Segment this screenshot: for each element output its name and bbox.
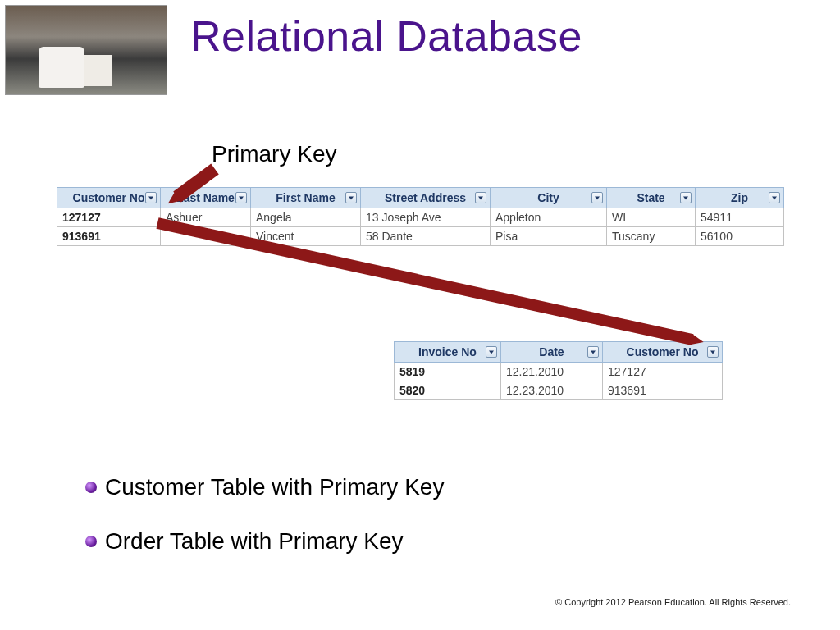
cell: Vincent bbox=[251, 227, 361, 246]
bullet-icon bbox=[85, 482, 97, 493]
col-label: Street Address bbox=[385, 191, 466, 204]
col-label: Last Name bbox=[176, 191, 235, 204]
col-label: Invoice No bbox=[418, 345, 477, 358]
col-label: Zip bbox=[731, 191, 748, 204]
cell: 913691 bbox=[57, 227, 161, 246]
bullet-text: Order Table with Primary Key bbox=[105, 528, 404, 555]
col-label: City bbox=[537, 191, 559, 204]
col-header: First Name bbox=[251, 188, 361, 208]
dropdown-icon[interactable] bbox=[769, 192, 780, 203]
col-label: State bbox=[637, 191, 664, 204]
cell: 127127 bbox=[57, 208, 161, 227]
col-label: Date bbox=[539, 345, 564, 358]
col-label: First Name bbox=[276, 191, 335, 204]
dropdown-icon[interactable] bbox=[486, 346, 497, 358]
customer-table: Customer No Last Name First Name Street … bbox=[57, 187, 784, 246]
bullet-list: Customer Table with Primary Key Order Ta… bbox=[85, 474, 444, 582]
col-label: Customer No bbox=[627, 345, 699, 358]
col-header: Street Address bbox=[361, 188, 491, 208]
header-photo bbox=[5, 5, 167, 95]
list-item: Customer Table with Primary Key bbox=[85, 474, 444, 500]
cell: 12.23.2010 bbox=[501, 381, 603, 400]
cell: 58 Dante bbox=[361, 227, 491, 246]
primary-key-label: Primary Key bbox=[212, 141, 336, 167]
order-table: Invoice No Date Customer No 5819 12.21.2… bbox=[394, 341, 723, 400]
dropdown-icon[interactable] bbox=[145, 192, 157, 203]
cell: 913691 bbox=[603, 381, 723, 400]
dropdown-icon[interactable] bbox=[591, 192, 603, 203]
col-header: City bbox=[491, 188, 607, 208]
dropdown-icon[interactable] bbox=[475, 192, 486, 203]
table-row: 5820 12.23.2010 913691 bbox=[395, 381, 723, 400]
col-label: Customer No bbox=[73, 191, 145, 204]
table-row: 127127 Ashuer Angela 13 Joseph Ave Apple… bbox=[57, 208, 784, 227]
col-header: Customer No bbox=[603, 342, 723, 363]
col-header: Date bbox=[501, 342, 603, 363]
bullet-icon bbox=[85, 536, 97, 547]
cell: 127127 bbox=[603, 363, 723, 381]
slide-title: Relational Database bbox=[190, 11, 582, 61]
cell: 12.21.2010 bbox=[501, 363, 603, 381]
dropdown-icon[interactable] bbox=[345, 192, 357, 203]
cell: Angela bbox=[251, 208, 361, 227]
cell: 13 Joseph Ave bbox=[361, 208, 491, 227]
dropdown-icon[interactable] bbox=[707, 346, 719, 358]
col-header: Invoice No bbox=[395, 342, 501, 363]
col-header: Zip bbox=[696, 188, 784, 208]
cell: Appleton bbox=[491, 208, 607, 227]
cell: WI bbox=[607, 208, 696, 227]
dropdown-icon[interactable] bbox=[587, 346, 599, 358]
cell: Tuscany bbox=[607, 227, 696, 246]
cell: Pisa bbox=[491, 227, 607, 246]
cell: 54911 bbox=[696, 208, 784, 227]
table-row: 913691 Vincent 58 Dante Pisa Tuscany 561… bbox=[57, 227, 784, 246]
bullet-text: Customer Table with Primary Key bbox=[105, 474, 444, 500]
cell: Ashuer bbox=[161, 208, 251, 227]
cell: 5819 bbox=[395, 363, 501, 381]
copyright-footer: © Copyright 2012 Pearson Education. All … bbox=[555, 597, 791, 607]
cell bbox=[161, 227, 251, 246]
list-item: Order Table with Primary Key bbox=[85, 528, 444, 555]
cell: 56100 bbox=[696, 227, 784, 246]
dropdown-icon[interactable] bbox=[235, 192, 247, 203]
col-header: Customer No bbox=[57, 188, 161, 208]
dropdown-icon[interactable] bbox=[680, 192, 692, 203]
col-header: State bbox=[607, 188, 696, 208]
cell: 5820 bbox=[395, 381, 501, 400]
col-header: Last Name bbox=[161, 188, 251, 208]
table-row: 5819 12.21.2010 127127 bbox=[395, 363, 723, 381]
